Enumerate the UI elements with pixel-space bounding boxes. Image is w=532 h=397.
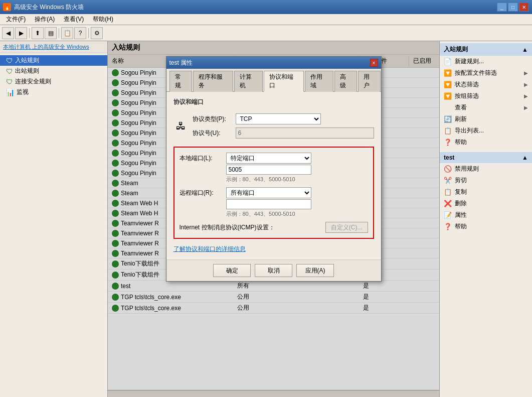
action-section-title-inbound[interactable]: 入站规则 ▲ bbox=[440, 43, 532, 56]
help-icon-test: ❓ bbox=[444, 223, 452, 231]
remote-port-select[interactable]: 所有端口 bbox=[226, 187, 311, 198]
left-panel: 本地计算机 上的高级安全 Windows 🛡 入站规则 🛡 出站规则 🛡 连接安… bbox=[0, 41, 108, 397]
refresh-icon: 🔄 bbox=[444, 115, 452, 123]
back-button[interactable]: ◀ bbox=[2, 27, 14, 39]
protocol-info-link[interactable]: 了解协议和端口的详细信息 bbox=[173, 245, 374, 253]
properties-button[interactable]: ⚙ bbox=[91, 27, 103, 39]
apply-button[interactable]: 应用(A) bbox=[296, 264, 334, 277]
action-new-rule[interactable]: 📄 新建规则... bbox=[440, 56, 532, 67]
tree-label-outbound: 出站规则 bbox=[15, 67, 39, 75]
tab-scope[interactable]: 作用域 bbox=[305, 71, 333, 92]
link-text[interactable]: 了解协议和端口的详细信息 bbox=[173, 245, 246, 252]
port-section: 本地端口(L): 特定端口 示例：80、443、5000-5010 bbox=[173, 147, 374, 239]
ok-button[interactable]: 确定 bbox=[213, 264, 251, 277]
protocol-type-select[interactable]: TCP bbox=[236, 113, 321, 124]
tab-users[interactable]: 用户 bbox=[358, 71, 381, 92]
main-layout: 本地计算机 上的高级安全 Windows 🛡 入站规则 🛡 出站规则 🛡 连接安… bbox=[0, 41, 532, 397]
action-delete[interactable]: ❌ 删除 bbox=[440, 198, 532, 209]
action-filter-profile[interactable]: 🔽 按配置文件筛选 ▶ bbox=[440, 67, 532, 79]
cut-icon: ✂️ bbox=[444, 177, 452, 185]
center-panel: 入站规则 名称 组 配置文件 已启用 Sogou Pinyin Sogou Pi… bbox=[108, 41, 439, 397]
tree-label-connection: 连接安全规则 bbox=[15, 77, 51, 86]
properties-dialog: test 属性 × 常规 程序和服务 计算机 协议和端口 作用域 高级 用户 协… bbox=[166, 56, 382, 282]
up-button[interactable]: ⬆ bbox=[32, 27, 44, 39]
modal-overlay: test 属性 × 常规 程序和服务 计算机 协议和端口 作用域 高级 用户 协… bbox=[108, 41, 439, 397]
minimize-button[interactable]: _ bbox=[497, 3, 507, 12]
menu-action[interactable]: 操作(A) bbox=[31, 14, 59, 25]
menu-bar: 文件(F) 操作(A) 查看(V) 帮助(H) bbox=[0, 14, 532, 25]
toolbar: ◀ ▶ ⬆ ▤ 📋 ? ⚙ bbox=[0, 25, 532, 41]
close-button[interactable]: ✕ bbox=[519, 3, 529, 12]
menu-file[interactable]: 文件(F) bbox=[2, 14, 30, 25]
toolbar-separator-1 bbox=[29, 28, 30, 38]
filter-icon-1: 🔽 bbox=[444, 69, 452, 77]
chevron-up-icon: ▲ bbox=[522, 46, 528, 53]
show-hide-button[interactable]: ▤ bbox=[45, 27, 57, 39]
protocol-type-group: 🖧 协议类型(P): TCP 协议号(U): bbox=[173, 113, 374, 139]
protocol-number-input[interactable] bbox=[236, 127, 374, 139]
arrow-icon-2: ▶ bbox=[524, 82, 528, 87]
action-copy[interactable]: 📋 复制 bbox=[440, 186, 532, 198]
help-icon-inbound: ❓ bbox=[444, 139, 452, 147]
tab-protocol-ports[interactable]: 协议和端口 bbox=[264, 71, 304, 92]
action-help-test[interactable]: ❓ 帮助 bbox=[440, 221, 532, 232]
arrow-icon-3: ▶ bbox=[524, 93, 528, 99]
network-icon-container: 🖧 bbox=[173, 120, 189, 132]
tree-item-outbound[interactable]: 🛡 出站规则 bbox=[0, 66, 107, 76]
right-panel: 入站规则 ▲ 📄 新建规则... 🔽 按配置文件筛选 ▶ 🔽 状态筛选 ▶ 🔽 … bbox=[439, 41, 532, 397]
tree-item-connection[interactable]: 🛡 连接安全规则 bbox=[0, 76, 107, 87]
action-cut[interactable]: ✂️ 剪切 bbox=[440, 175, 532, 186]
help-button[interactable]: ? bbox=[74, 27, 86, 39]
filter-icon-2: 🔽 bbox=[444, 81, 452, 89]
remote-port-example: 示例：80、443、5000-5010 bbox=[226, 210, 368, 218]
tree-item-monitor[interactable]: 📊 监视 bbox=[0, 87, 107, 97]
properties-icon: 📝 bbox=[444, 211, 452, 219]
action-section-title-test[interactable]: test ▲ bbox=[440, 152, 532, 163]
tab-advanced[interactable]: 高级 bbox=[334, 71, 357, 92]
monitor-icon: 📊 bbox=[6, 88, 15, 96]
local-port-label: 本地端口(L): bbox=[180, 153, 222, 163]
new-rule-icon: 📄 bbox=[444, 58, 452, 66]
remote-port-right: 所有端口 示例：80、443、5000-5010 bbox=[226, 187, 368, 218]
local-port-right: 特定端口 示例：80、443、5000-5010 bbox=[226, 153, 368, 183]
export-icon: 📋 bbox=[444, 127, 452, 135]
action-section-inbound: 入站规则 ▲ 📄 新建规则... 🔽 按配置文件筛选 ▶ 🔽 状态筛选 ▶ 🔽 … bbox=[440, 41, 532, 150]
action-help-inbound[interactable]: ❓ 帮助 bbox=[440, 137, 532, 148]
tab-programs[interactable]: 程序和服务 bbox=[193, 71, 233, 92]
export-button[interactable]: 📋 bbox=[61, 27, 73, 39]
local-port-input[interactable] bbox=[226, 165, 311, 175]
action-export[interactable]: 📋 导出列表... bbox=[440, 125, 532, 137]
action-view[interactable]: 查看 ▶ bbox=[440, 102, 532, 113]
filter-icon-3: 🔽 bbox=[444, 92, 452, 100]
arrow-icon-4: ▶ bbox=[524, 105, 528, 110]
cancel-button[interactable]: 取消 bbox=[255, 264, 292, 277]
action-disable-rule[interactable]: 🚫 禁用规则 bbox=[440, 163, 532, 175]
icmp-customize-button[interactable]: 自定义(C)... bbox=[325, 222, 368, 233]
action-filter-status[interactable]: 🔽 状态筛选 ▶ bbox=[440, 79, 532, 90]
modal-footer: 确定 取消 应用(A) bbox=[166, 259, 381, 281]
title-bar: 🔥 高级安全 Windows 防火墙 _ □ ✕ bbox=[0, 0, 532, 14]
toolbar-separator-2 bbox=[59, 28, 59, 38]
tab-computers[interactable]: 计算机 bbox=[234, 71, 263, 92]
action-refresh[interactable]: 🔄 刷新 bbox=[440, 113, 532, 125]
action-properties[interactable]: 📝 属性 bbox=[440, 209, 532, 221]
forward-button[interactable]: ▶ bbox=[15, 27, 27, 39]
menu-help[interactable]: 帮助(H) bbox=[89, 14, 117, 25]
modal-title-bar: test 属性 × bbox=[166, 57, 381, 69]
tab-general[interactable]: 常规 bbox=[169, 71, 192, 92]
modal-close-button[interactable]: × bbox=[370, 59, 378, 67]
copy-icon: 📋 bbox=[444, 188, 452, 196]
tree-item-inbound[interactable]: 🛡 入站规则 bbox=[0, 55, 107, 66]
icmp-label: Internet 控制消息协议(ICMP)设置： bbox=[180, 223, 321, 232]
local-port-example: 示例：80、443、5000-5010 bbox=[226, 176, 368, 183]
delete-icon: ❌ bbox=[444, 200, 452, 208]
remote-port-input[interactable] bbox=[226, 199, 311, 209]
icmp-row: Internet 控制消息协议(ICMP)设置： 自定义(C)... bbox=[180, 222, 368, 233]
shield-icon: 🛡 bbox=[6, 57, 13, 65]
action-filter-group[interactable]: 🔽 按组筛选 ▶ bbox=[440, 90, 532, 102]
toolbar-separator-3 bbox=[88, 28, 89, 38]
menu-view[interactable]: 查看(V) bbox=[60, 14, 88, 25]
maximize-button[interactable]: □ bbox=[508, 3, 518, 12]
local-port-select[interactable]: 特定端口 bbox=[226, 153, 311, 164]
breadcrumb-link[interactable]: 本地计算机 上的高级安全 Windows bbox=[3, 44, 89, 50]
